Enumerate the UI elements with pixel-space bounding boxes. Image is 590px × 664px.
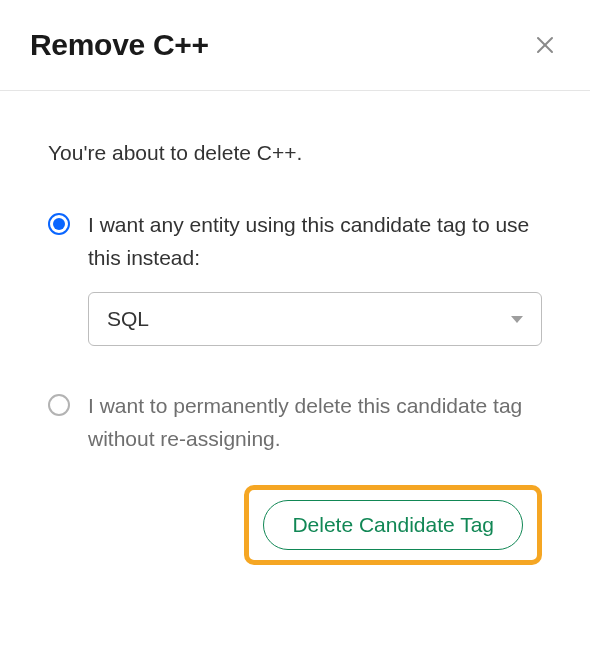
dialog-body: You're about to delete C++. I want any e…	[0, 91, 590, 595]
dialog-title: Remove C++	[30, 28, 209, 62]
radio-reassign[interactable]	[48, 213, 70, 235]
dialog-actions: Delete Candidate Tag	[48, 485, 542, 565]
option-permanent-delete-label: I want to permanently delete this candid…	[88, 390, 542, 455]
replacement-select[interactable]: SQL	[88, 292, 542, 346]
chevron-down-icon	[511, 316, 523, 323]
select-value: SQL	[107, 307, 149, 331]
option-reassign-label: I want any entity using this candidate t…	[88, 209, 542, 274]
intro-text: You're about to delete C++.	[48, 141, 542, 165]
delete-candidate-tag-button[interactable]: Delete Candidate Tag	[263, 500, 523, 550]
highlight-annotation: Delete Candidate Tag	[244, 485, 542, 565]
dialog-header: Remove C++	[0, 0, 590, 91]
close-icon	[534, 34, 556, 56]
remove-tag-dialog: Remove C++ You're about to delete C++. I…	[0, 0, 590, 595]
option-reassign[interactable]: I want any entity using this candidate t…	[48, 209, 542, 274]
radio-permanent-delete[interactable]	[48, 394, 70, 416]
replacement-select-wrap: SQL	[88, 292, 542, 346]
close-button[interactable]	[530, 30, 560, 60]
option-permanent-delete[interactable]: I want to permanently delete this candid…	[48, 390, 542, 455]
